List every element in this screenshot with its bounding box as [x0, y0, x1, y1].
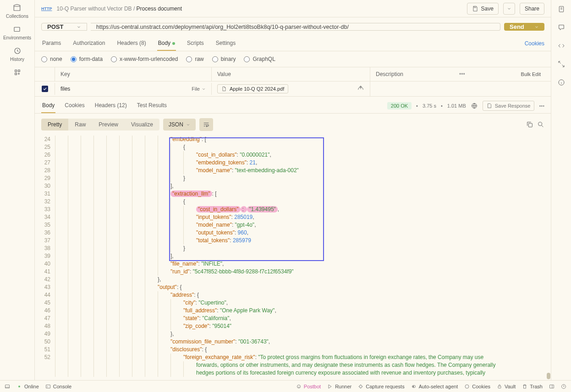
tab-headers[interactable]: Headers (8) [116, 36, 147, 51]
expand-icon[interactable] [558, 60, 565, 68]
row-checkbox[interactable] [42, 86, 48, 92]
code-line[interactable]: 45"city": "Cupertino", [35, 299, 551, 307]
code-line[interactable]: 48"zip_code": "95014" [35, 322, 551, 330]
code-icon[interactable] [558, 42, 565, 49]
code-line[interactable]: 34"input_tokens": 285019, [35, 213, 551, 221]
footer-console[interactable]: Console [45, 384, 71, 389]
file-attachment[interactable]: Apple 10-Q Q2 2024.pdf [217, 84, 288, 93]
radio-graphql[interactable]: GraphQL [244, 56, 275, 62]
code-line[interactable]: 50"commission_file_number": "001-36743", [35, 338, 551, 346]
tab-params[interactable]: Params [41, 36, 62, 51]
code-line[interactable]: 36"output_tokens": 960, [35, 229, 551, 237]
response-more-icon[interactable]: ••• [539, 103, 544, 109]
code-line[interactable]: 42}, [35, 276, 551, 283]
radio-formdata[interactable]: form-data [71, 56, 103, 62]
tab-scripts[interactable]: Scripts [186, 36, 205, 51]
code-line[interactable]: 38} [35, 245, 551, 252]
sidebar-collections[interactable]: Collections [6, 4, 28, 19]
code-line[interactable]: 24"embedding": [ [35, 136, 551, 143]
row-description-input[interactable] [370, 86, 551, 92]
code-line[interactable]: 35"model_name": "gpt-4o", [35, 221, 551, 229]
code-line[interactable]: 37"total_tokens": 285979 [35, 237, 551, 245]
documentation-icon[interactable] [558, 5, 565, 13]
code-line[interactable]: 29} [35, 174, 551, 182]
footer-online[interactable]: Online [16, 384, 39, 389]
scrollbar-thumb[interactable] [547, 373, 550, 379]
radio-none[interactable]: none [41, 56, 62, 62]
sidebar-more[interactable] [13, 68, 22, 76]
tab-body[interactable]: Body [157, 36, 176, 51]
row-type-select[interactable]: File [192, 86, 206, 92]
radio-raw[interactable]: raw [186, 56, 203, 62]
code-line[interactable]: 31"extraction_llm": [ [35, 190, 551, 198]
copy-icon[interactable] [526, 121, 533, 128]
code-line[interactable]: 32{ [35, 198, 551, 206]
share-button[interactable]: Share [520, 3, 544, 15]
footer-cookies[interactable]: Cookies [464, 384, 490, 389]
row-key-input[interactable]: files [60, 86, 70, 92]
tab-authorization[interactable]: Authorization [72, 36, 106, 51]
search-icon[interactable] [537, 121, 544, 128]
save-response-button[interactable]: Save Response [483, 101, 535, 111]
code-line[interactable]: 46"full_address": "One Apple Park Way", [35, 307, 551, 315]
code-line[interactable]: 41"run_id": "5c47f852-bbbb-4f8d-9288-f7c… [35, 268, 551, 276]
footer-help-icon[interactable] [561, 384, 566, 389]
cookies-link[interactable]: Cookies [525, 37, 544, 50]
vtab-visualize[interactable]: Visualize [125, 119, 159, 131]
vtab-raw[interactable]: Raw [68, 119, 92, 131]
method-select[interactable]: POST [41, 23, 87, 31]
code-line[interactable]: 43"output": { [35, 283, 551, 291]
response-code-area[interactable]: 24"embedding": [25{26"cost_in_dollars": … [35, 136, 551, 380]
code-line[interactable]: 33"cost_in_dollars": "1.439495", [35, 206, 551, 213]
code-line[interactable]: 51"disclosures": { [35, 346, 551, 354]
tab-settings[interactable]: Settings [215, 36, 236, 51]
code-line[interactable]: 49}, [35, 330, 551, 338]
breadcrumb[interactable]: 10-Q Parser without Vector DB / Process … [57, 5, 182, 12]
breadcrumb-parent[interactable]: 10-Q Parser without Vector DB [57, 5, 132, 12]
code-line[interactable]: 26"cost_in_dollars": "0.0000021", [35, 151, 551, 159]
footer-autoselect[interactable]: Auto-select agent [411, 384, 458, 389]
footer-postbot[interactable]: Postbot [296, 384, 321, 389]
save-button[interactable]: Save [467, 3, 499, 15]
radio-binary[interactable]: binary [212, 56, 236, 62]
upload-icon[interactable] [357, 85, 364, 93]
save-dropdown[interactable] [503, 3, 515, 15]
footer-trash[interactable]: Trash [522, 384, 543, 389]
footer-capture[interactable]: Capture requests [358, 384, 404, 389]
footer-layout-icon[interactable] [549, 384, 555, 389]
radio-urlencoded[interactable]: x-www-form-urlencoded [111, 56, 178, 62]
sidebar-history[interactable]: History [10, 47, 24, 62]
code-line[interactable]: 47"state": "California", [35, 315, 551, 322]
send-button[interactable]: Send [504, 23, 544, 31]
wrap-lines-button[interactable] [199, 118, 213, 131]
code-line[interactable]: 39], [35, 252, 551, 260]
footer-vault[interactable]: Vault [497, 384, 516, 389]
format-select[interactable]: JSON [163, 119, 196, 131]
table-options-icon[interactable]: ••• [459, 71, 465, 77]
url-input[interactable]: https://us-central.unstract.com/deployme… [91, 23, 500, 31]
code-line[interactable]: 28"model_name": "text-embedding-ada-002" [35, 167, 551, 174]
comments-icon[interactable] [558, 24, 565, 31]
vtab-pretty[interactable]: Pretty [41, 119, 68, 131]
code-line[interactable]: hedges portions of its forecasted foreig… [35, 369, 551, 377]
svg-rect-2 [15, 70, 16, 72]
code-line[interactable]: 40"file_name": "INFILE", [35, 260, 551, 268]
code-line[interactable]: 30], [35, 182, 551, 190]
rtab-testresults[interactable]: Test Results [136, 98, 168, 113]
rtab-body[interactable]: Body [41, 98, 55, 113]
code-line[interactable]: forwards, options or other instruments, … [35, 361, 551, 369]
footer-panel-icon[interactable] [5, 384, 10, 389]
bulk-edit-link[interactable]: Bulk Edit [521, 71, 545, 77]
code-line[interactable]: 25{ [35, 143, 551, 151]
sidebar-environments[interactable]: Environments [3, 25, 31, 40]
code-line[interactable]: 44"address": { [35, 291, 551, 299]
rtab-cookies[interactable]: Cookies [64, 98, 85, 113]
code-line[interactable]: 27"embedding_tokens": 21, [35, 159, 551, 167]
svg-point-17 [465, 385, 469, 388]
info-icon[interactable] [558, 79, 565, 86]
rtab-headers[interactable]: Headers (12) [94, 98, 128, 113]
vtab-preview[interactable]: Preview [92, 119, 125, 131]
footer-runner[interactable]: Runner [327, 384, 351, 389]
network-icon[interactable] [471, 102, 478, 109]
code-line[interactable]: 52"foreign_exchange_rate_risk": "To prot… [35, 354, 551, 361]
